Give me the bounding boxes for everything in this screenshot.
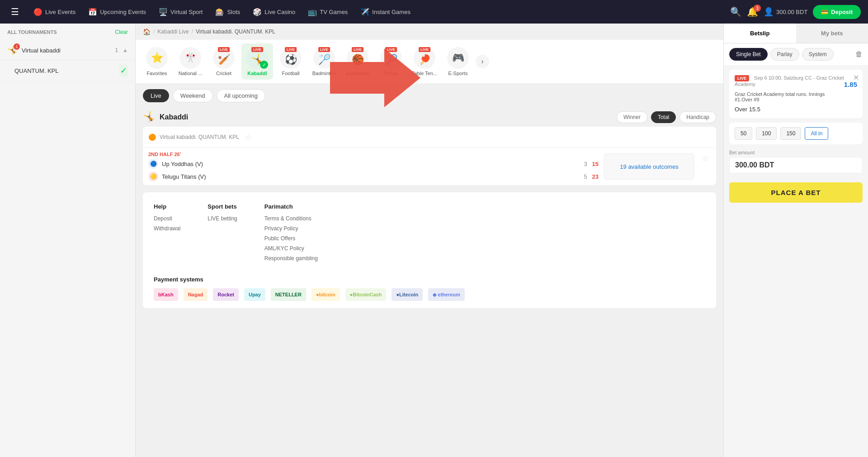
- ctrl-winner[interactable]: Winner: [617, 111, 647, 123]
- amount-all-in[interactable]: All in: [805, 127, 828, 140]
- badminton-live-badge: LIVE: [318, 47, 330, 52]
- system-btn[interactable]: System: [802, 48, 834, 61]
- footer-section: Help Deposit Withdrawal Sport bets LIVE …: [143, 192, 716, 308]
- team2-score: 5 23: [584, 173, 599, 180]
- sidebar-item-virtual-kabaddi[interactable]: 🤸 1 Virtual kabaddi 1 ▲: [0, 41, 135, 60]
- sidebar-item-quantum-kpl[interactable]: QUANTUM. KPL ✓: [0, 60, 135, 81]
- sport-cricket[interactable]: LIVE 🏏 Cricket: [208, 43, 240, 80]
- top-navigation: ☰ 🔴 Live Events 📅 Upcoming Events 🖥️ Vir…: [0, 0, 868, 24]
- tournament-favorite-star[interactable]: ☆: [243, 130, 254, 144]
- bet-selection: Over 15.5: [735, 106, 857, 113]
- sport-tennis[interactable]: LIVE 🎾 Tennis: [375, 43, 407, 80]
- table-tennis-icon-wrap: LIVE 🏓: [414, 47, 435, 69]
- sport-badminton[interactable]: LIVE 🏸 Badminton: [308, 43, 340, 80]
- section-title: Kabaddi: [160, 113, 612, 121]
- upcoming-events-icon: 📅: [88, 8, 97, 16]
- footer-live-betting-link[interactable]: LIVE betting: [208, 215, 237, 222]
- betslip-tab[interactable]: Betslip: [724, 24, 796, 43]
- payment-neteller: NETELLER: [271, 288, 306, 301]
- sport-favorites[interactable]: ⭐ Favorites: [141, 43, 173, 80]
- filter-weekend[interactable]: Weekend: [173, 89, 213, 102]
- nav-virtual-sport[interactable]: 🖥️ Virtual Sport: [153, 5, 208, 19]
- sport-table-tennis[interactable]: LIVE 🏓 Table Ten...: [409, 43, 440, 80]
- basketball-live-badge: LIVE: [352, 47, 363, 52]
- footer-responsible-gambling-link[interactable]: Responsible gambling: [264, 255, 318, 262]
- outcomes-text: 19 available outcomes: [620, 163, 678, 170]
- sidebar-count-virtual-kabaddi: 1: [115, 47, 118, 53]
- notification-bell[interactable]: 🔔 3: [747, 6, 758, 17]
- sport-basketball[interactable]: LIVE 🏀 Basketball: [342, 43, 373, 80]
- sport-football[interactable]: LIVE ⚽ Football: [275, 43, 307, 80]
- footer-privacy-link[interactable]: Privacy Policy: [264, 225, 318, 232]
- breadcrumb-current: Virtual kabaddi. QUANTUM. KPL: [196, 29, 275, 35]
- cricket-live-badge: LIVE: [218, 47, 230, 52]
- team2-logo: 🟡: [148, 171, 158, 181]
- section-controls: Winner Total Handicap: [617, 111, 716, 123]
- ctrl-total[interactable]: Total: [651, 111, 676, 123]
- home-breadcrumb[interactable]: 🏠: [143, 28, 151, 35]
- virtual-sport-icon: 🖥️: [159, 8, 168, 16]
- amount-50[interactable]: 50: [735, 127, 752, 140]
- close-bet-button[interactable]: ✕: [853, 73, 859, 82]
- team-row-1: 🔵 Up Yoddhas (V) 3 15: [148, 159, 599, 169]
- my-bets-tab[interactable]: My bets: [796, 24, 868, 43]
- filter-tabs: Live Weekend All upcoming: [136, 84, 723, 106]
- single-bet-btn[interactable]: Single Bet: [729, 48, 768, 61]
- payment-nagad: Nagad: [184, 288, 208, 301]
- nav-instant-games[interactable]: ✈️ Instant Games: [355, 5, 416, 19]
- deposit-button[interactable]: 💳 Deposit: [813, 5, 861, 19]
- kabaddi-section-header: 🤸 Kabaddi Winner Total Handicap: [143, 106, 716, 127]
- nav-tv-games[interactable]: 📺 TV Games: [302, 5, 353, 19]
- footer-deposit-link[interactable]: Deposit: [154, 215, 180, 222]
- nav-slots[interactable]: 🎰 Slots: [210, 5, 245, 19]
- sport-national[interactable]: 🎌 National ...: [175, 43, 206, 80]
- footer-terms-link[interactable]: Terms & Conditions: [264, 215, 318, 222]
- sidebar-label-quantum-kpl: QUANTUM. KPL: [14, 67, 115, 74]
- footer-help: Help Deposit Withdrawal: [154, 203, 180, 265]
- breadcrumb-kabaddi-live[interactable]: Kabaddi Live: [157, 29, 189, 35]
- place-bet-button[interactable]: PLACE A BET: [729, 182, 863, 203]
- user-icon: 👤: [764, 7, 774, 17]
- footer-withdrawal-link[interactable]: Withdrawal: [154, 225, 180, 232]
- filter-live[interactable]: Live: [143, 89, 169, 102]
- sport-esports[interactable]: 🎮 E-Sports: [442, 43, 474, 80]
- tournament-name: Virtual kabaddi. QUANTUM. KPL: [160, 134, 239, 140]
- footer-aml-link[interactable]: AML/KYC Policy: [264, 245, 318, 252]
- amount-100[interactable]: 100: [756, 127, 777, 140]
- footer-parimatch: Parimatch Terms & Conditions Privacy Pol…: [264, 203, 318, 265]
- footer-public-offers-link[interactable]: Public Offers: [264, 235, 318, 242]
- hamburger-menu[interactable]: ☰: [7, 3, 23, 21]
- sports-next-button[interactable]: ›: [476, 55, 489, 68]
- tv-games-icon: 📺: [308, 8, 317, 16]
- bet-amount-value[interactable]: 300.00 BDT: [729, 157, 863, 173]
- nav-live-casino[interactable]: 🎲 Live Casino: [247, 5, 301, 19]
- match-teams: 🔵 Up Yoddhas (V) 3 15 🟡: [148, 159, 599, 181]
- footer-sport-bets-title: Sport bets: [208, 203, 237, 210]
- football-icon-wrap: LIVE ⚽: [280, 47, 302, 69]
- tournament-label: 🟠 Virtual kabaddi. QUANTUM. KPL ☆: [143, 127, 716, 148]
- sport-kabaddi[interactable]: LIVE 🤸 ✓ Kabaddi: [241, 43, 273, 80]
- esports-label: E-Sports: [448, 71, 468, 76]
- esports-icon-wrap: 🎮: [447, 47, 469, 69]
- bet-event: LIVE Sep 6 10:00, Salzburg CC - Graz Cri…: [735, 75, 857, 87]
- nav-live-events[interactable]: 🔴 Live Events: [28, 5, 81, 19]
- search-icon[interactable]: 🔍: [730, 6, 741, 17]
- bet-live-tag: LIVE: [735, 75, 749, 81]
- amount-150[interactable]: 150: [780, 127, 801, 140]
- parlay-btn[interactable]: Parlay: [770, 48, 799, 61]
- match-favorite-star[interactable]: ☆: [700, 152, 711, 181]
- clear-button[interactable]: Clear: [115, 29, 128, 35]
- tournament-icon: 🟠: [148, 133, 156, 141]
- bet-amount-label: Bet amount: [729, 150, 863, 155]
- team1-name: Up Yoddhas (V): [162, 161, 580, 167]
- ctrl-handicap[interactable]: Handicap: [679, 111, 716, 123]
- filter-all-upcoming[interactable]: All upcoming: [217, 89, 265, 102]
- outcomes-button[interactable]: 19 available outcomes: [604, 153, 694, 180]
- kabaddi-badge: 1: [14, 43, 20, 50]
- clear-betslip-button[interactable]: 🗑: [855, 50, 863, 58]
- team1-logo: 🔵: [148, 159, 158, 169]
- badminton-icon: 🏸: [318, 54, 330, 66]
- sports-categories: ⭐ Favorites 🎌 National ... LIVE 🏏: [136, 40, 723, 84]
- content-area: 🏠 / Kabaddi Live / Virtual kabaddi. QUAN…: [136, 24, 723, 457]
- nav-upcoming-events[interactable]: 📅 Upcoming Events: [83, 5, 151, 19]
